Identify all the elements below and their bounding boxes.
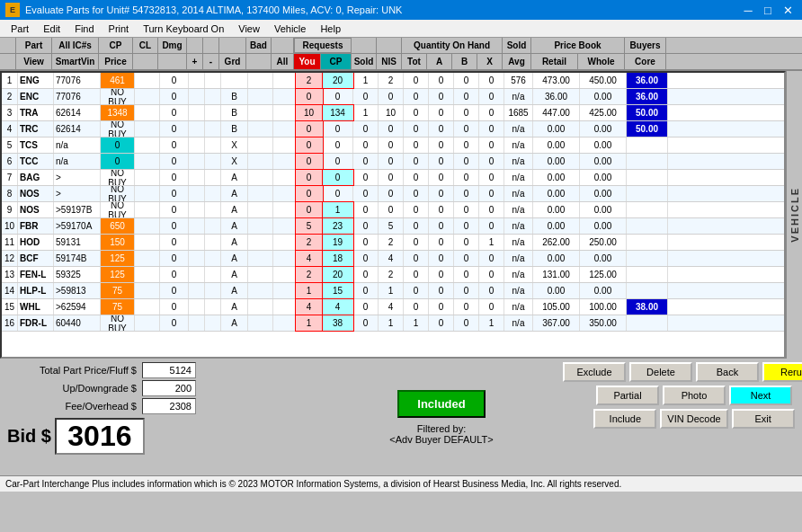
col-allichs-header: All IC#s: [52, 38, 99, 53]
menu-view[interactable]: View: [231, 20, 267, 37]
col-cl-label: CL: [133, 38, 158, 53]
table-row[interactable]: 11HOD591311500A219020001n/a262.00250.00: [2, 235, 784, 251]
menu-find[interactable]: Find: [67, 20, 101, 37]
window-title: Evaluate Parts for Unit# 54732813, 2014 …: [25, 4, 737, 15]
col-cp: CP: [321, 54, 352, 69]
rerun-button[interactable]: Rerun: [762, 362, 802, 382]
menu-bar: Part Edit Find Print Turn Keyboard On Vi…: [0, 20, 802, 38]
menu-print[interactable]: Print: [102, 20, 137, 37]
col-you: You: [294, 54, 321, 69]
vehicle-side-panel: VEHICLE: [786, 71, 802, 359]
back-button[interactable]: Back: [696, 362, 759, 382]
menu-vehicle[interactable]: Vehicle: [267, 20, 313, 37]
table-row[interactable]: 2ENC77076NO BUY0B00000000n/a36.000.0036.…: [2, 89, 784, 105]
close-button[interactable]: ✕: [779, 3, 797, 17]
col-cp-label: CP: [99, 38, 133, 53]
bid-info-panel: Total Part Price/Fluff $ 5124 Up/Downgra…: [0, 359, 297, 475]
table-row[interactable]: 14HLP-L>59813750A115010000n/a0.000.00: [2, 283, 784, 299]
bid-label: Bid $: [7, 426, 51, 447]
fee-value: 2308: [142, 398, 196, 414]
table-row[interactable]: 12BCF59174B1250A418040000n/a0.000.00: [2, 251, 784, 267]
col-b: B: [452, 54, 477, 69]
exclude-button[interactable]: Exclude: [563, 362, 626, 382]
col-x: X: [477, 54, 503, 69]
col-plus-header: [187, 38, 203, 53]
table-row[interactable]: 1ENG770764610220120000576473.00450.0036.…: [2, 73, 784, 89]
table-row[interactable]: 13FEN-L593251250A220020000n/a131.00125.0…: [2, 267, 784, 283]
col-rownum-header: [0, 38, 16, 53]
action-buttons-panel: Exclude Delete Back Rerun Partial Photo …: [586, 359, 802, 475]
status-text: Car-Part Interchange Plus includes infor…: [5, 479, 621, 489]
col-sold-top: [352, 38, 377, 53]
next-button[interactable]: Next: [729, 386, 792, 405]
include-button[interactable]: Include: [593, 409, 656, 429]
col-price: Price: [99, 54, 133, 69]
updown-label: Up/Downgrade $: [7, 383, 142, 394]
col-minus: -: [203, 54, 219, 69]
col-bad-header: Bad: [246, 38, 272, 53]
col-smartvin: SmartVin: [52, 54, 99, 69]
col-grd: Grd: [219, 54, 246, 69]
col-minus-header: [203, 38, 219, 53]
col-dmg-header: Dmg: [158, 38, 187, 53]
table-row[interactable]: 3TRA6261413480B1013411000001685447.00425…: [2, 105, 784, 121]
col-rownum-sub: [0, 54, 16, 69]
col-all: All: [272, 54, 294, 69]
menu-help[interactable]: Help: [313, 20, 348, 37]
status-bar: Car-Part Interchange Plus includes infor…: [0, 475, 802, 492]
menu-keyboard[interactable]: Turn Keyboard On: [136, 20, 231, 37]
col-tot: Tot: [402, 54, 427, 69]
table-row[interactable]: 9NOS>59197BNO BUY0A01000000n/a0.000.00: [2, 202, 784, 218]
col-core: Core: [625, 54, 666, 69]
col-a: A: [427, 54, 452, 69]
col-cl: [133, 54, 158, 69]
vehicle-label: VEHICLE: [789, 187, 800, 243]
fee-label: Fee/Overhead $: [7, 401, 142, 412]
buyers-header: Buyers: [625, 38, 666, 53]
col-nis: NIS: [377, 54, 402, 69]
table-row[interactable]: 8NOS>NO BUY0A00000000n/a0.000.00: [2, 186, 784, 202]
partial-button[interactable]: Partial: [596, 386, 659, 405]
col-soldavg-top: Sold: [503, 38, 531, 53]
title-bar: E Evaluate Parts for Unit# 54732813, 201…: [0, 0, 802, 20]
updown-value: 200: [142, 380, 196, 396]
app-icon: E: [5, 3, 20, 17]
photo-button[interactable]: Photo: [663, 386, 726, 405]
minimize-button[interactable]: ─: [739, 3, 757, 17]
total-label: Total Part Price/Fluff $: [7, 365, 142, 376]
maximize-button[interactable]: □: [759, 3, 777, 17]
table-row[interactable]: 15WHL>62594750A44040000n/a105.00100.0038…: [2, 299, 784, 315]
column-headers: Part All IC#s CP CL Dmg Bad Requests Qua…: [0, 38, 802, 71]
table-row[interactable]: 10FBR>59170A6500A523050000n/a0.000.00: [2, 218, 784, 235]
col-nis-top: [377, 38, 402, 53]
col-dmg: [158, 54, 187, 69]
bottom-area: Total Part Price/Fluff $ 5124 Up/Downgra…: [0, 359, 802, 475]
menu-part[interactable]: Part: [4, 20, 36, 37]
col-avg: Avg: [503, 54, 531, 69]
vin-decode-button[interactable]: VIN Decode: [660, 409, 727, 429]
parts-table[interactable]: 1ENG770764610220120000576473.00450.0036.…: [0, 71, 786, 359]
col-view: View: [16, 54, 52, 69]
menu-edit[interactable]: Edit: [36, 20, 67, 37]
filter-value: <Adv Buyer DEFAULT>: [389, 434, 493, 445]
col-plus: +: [187, 54, 203, 69]
col-retail: Retail: [531, 54, 578, 69]
exit-button[interactable]: Exit: [732, 409, 795, 429]
included-button[interactable]: Included: [397, 390, 485, 418]
delete-button[interactable]: Delete: [629, 362, 692, 382]
requests-header: Requests: [294, 38, 352, 53]
table-row[interactable]: 7BAG>NO BUY0A00000000n/a0.000.00: [2, 170, 784, 186]
pricebook-header: Price Book: [531, 38, 625, 53]
qoh-header: Quantity On Hand: [402, 38, 503, 53]
col-grd-header: [219, 38, 246, 53]
table-row[interactable]: 16FDR-L60440NO BUY0A138011001n/a367.0035…: [2, 315, 784, 332]
table-row[interactable]: 6TCCn/a00X00000000n/a0.000.00: [2, 154, 784, 170]
table-row[interactable]: 4TRC62614NO BUY0B00000000n/a0.000.0050.0…: [2, 121, 784, 137]
table-row[interactable]: 5TCSn/a00X00000000n/a0.000.00: [2, 137, 784, 154]
bid-value: 3016: [55, 418, 145, 455]
filtered-by-label: Filtered by:: [417, 423, 466, 434]
total-value: 5124: [142, 362, 196, 378]
col-sold: Sold: [352, 54, 377, 69]
col-whole: Whole: [578, 54, 625, 69]
col-bad: [246, 54, 272, 69]
